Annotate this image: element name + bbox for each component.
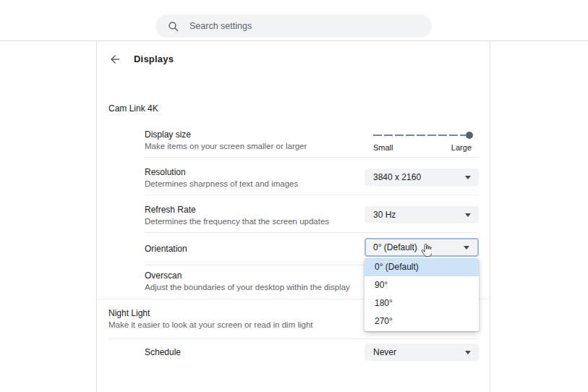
divider <box>145 195 479 195</box>
orientation-option-90[interactable]: 90° <box>365 276 479 294</box>
device-section-heading: Cam Link 4K <box>108 103 158 114</box>
resolution-select-value: 3840 x 2160 <box>373 172 421 182</box>
back-button[interactable] <box>107 51 123 67</box>
overscan-description: Adjust the boundaries of your desktop wi… <box>145 283 350 291</box>
display-size-label: Display size <box>145 129 191 140</box>
orientation-option-270[interactable]: 270° <box>365 312 479 331</box>
schedule-select[interactable]: Never <box>365 344 479 361</box>
orientation-select-value: 0° (Default) <box>373 242 417 252</box>
resolution-select[interactable]: 3840 x 2160 <box>365 169 479 186</box>
orientation-label: Orientation <box>145 244 187 254</box>
schedule-label: Schedule <box>145 347 181 357</box>
caret-down-icon <box>465 176 471 179</box>
resolution-description: Determines sharpness of text and images <box>145 179 298 188</box>
divider <box>108 338 479 339</box>
search-placeholder: Search settings <box>189 21 252 31</box>
caret-down-icon <box>464 246 469 250</box>
refresh-rate-label: Refresh Rate <box>145 205 196 215</box>
search-icon <box>167 20 179 33</box>
divider <box>145 265 365 265</box>
slider-knob[interactable] <box>466 132 473 139</box>
night-light-description: Make it easier to look at your screen or… <box>108 320 313 329</box>
chromeos-settings-window: Search settings Displays Cam Link 4K Dis… <box>0 0 588 392</box>
divider <box>145 157 479 158</box>
arrow-back-icon <box>108 53 122 66</box>
orientation-dropdown-menu: 0° (Default) 90° 180° 270° <box>365 258 479 331</box>
caret-down-icon <box>465 351 471 354</box>
divider <box>145 232 479 233</box>
display-size-description: Make items on your screen smaller or lar… <box>145 142 307 150</box>
top-toolbar: Search settings <box>0 0 588 41</box>
hand-pointer-cursor <box>420 244 432 261</box>
refresh-rate-description: Determines the frequency that the screen… <box>145 217 329 226</box>
caret-down-icon <box>465 213 471 217</box>
slider-max-label: Large <box>451 143 472 152</box>
refresh-rate-select[interactable]: 30 Hz <box>365 206 479 223</box>
overscan-label: Overscan <box>145 270 182 281</box>
orientation-option-180[interactable]: 180° <box>365 294 479 312</box>
settings-content-card: Displays Cam Link 4K Display size Make i… <box>96 41 490 392</box>
slider-minmax-labels: Small Large <box>373 143 472 152</box>
refresh-rate-select-value: 30 Hz <box>373 210 396 220</box>
slider-track <box>373 135 472 136</box>
page-title: Displays <box>134 54 174 64</box>
night-light-heading: Night Light <box>108 308 150 318</box>
schedule-select-value: Never <box>373 347 396 357</box>
slider-min-label: Small <box>373 143 393 152</box>
resolution-label: Resolution <box>145 167 186 177</box>
search-input[interactable]: Search settings <box>155 14 432 38</box>
display-size-slider[interactable] <box>373 129 472 141</box>
